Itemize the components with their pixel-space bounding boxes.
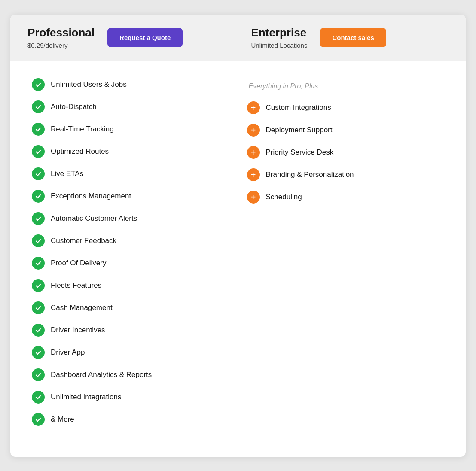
pro-feature-item: Fleets Features	[32, 279, 229, 292]
pro-feature-label: Exceptions Management	[51, 192, 131, 201]
body-divider	[238, 74, 238, 440]
request-quote-button[interactable]: Request a Quote	[107, 28, 183, 47]
check-icon	[32, 78, 45, 91]
plus-icon: +	[247, 168, 260, 181]
enterprise-plan-subtitle: Unlimited Locations	[251, 42, 308, 49]
pro-feature-item: Unlimited Integrations	[32, 391, 229, 404]
enterprise-feature-label: Deployment Support	[266, 126, 333, 134]
professional-header-col: Professional $0.29/delivery Request a Qu…	[27, 26, 225, 49]
enterprise-header-col: Enterprise Unlimited Locations Contact s…	[251, 26, 449, 49]
enterprise-feature-item: + Scheduling	[247, 191, 445, 204]
enterprise-feature-label: Custom Integrations	[266, 103, 331, 112]
pro-feature-item: Optimized Routes	[32, 145, 229, 158]
check-icon	[32, 324, 45, 337]
check-icon	[32, 279, 45, 292]
pro-feature-item: Dashboard Analytics & Reports	[32, 368, 229, 381]
pro-feature-item: Unlimited Users & Jobs	[32, 78, 229, 91]
pro-feature-item: Customer Feedback	[32, 234, 229, 247]
check-icon	[32, 212, 45, 225]
check-icon	[32, 413, 45, 426]
pro-feature-label: Unlimited Users & Jobs	[51, 80, 127, 89]
pro-feature-label: Dashboard Analytics & Reports	[51, 371, 152, 379]
pricing-card: Professional $0.29/delivery Request a Qu…	[10, 15, 466, 457]
pro-feature-label: Customer Feedback	[51, 237, 116, 245]
check-icon	[32, 100, 45, 113]
professional-title-block: Professional $0.29/delivery	[27, 26, 95, 49]
pro-feature-item: Proof Of Delivery	[32, 257, 229, 270]
plus-icon: +	[247, 124, 260, 137]
pro-feature-item: Auto-Dispatch	[32, 100, 229, 113]
enterprise-feature-label: Priority Service Desk	[266, 148, 334, 157]
check-icon	[32, 391, 45, 404]
enterprise-tagline: Everything in Pro, Plus:	[247, 82, 445, 90]
check-icon	[32, 167, 45, 180]
pricing-header: Professional $0.29/delivery Request a Qu…	[10, 15, 466, 61]
pricing-body: Unlimited Users & Jobs Auto-Dispatch Rea…	[10, 61, 466, 457]
check-icon	[32, 346, 45, 359]
pro-feature-item: Live ETAs	[32, 167, 229, 180]
pro-feature-label: Real-Time Tracking	[51, 125, 114, 134]
pro-feature-label: Optimized Routes	[51, 147, 109, 156]
check-icon	[32, 123, 45, 136]
enterprise-feature-label: Branding & Personalization	[266, 170, 354, 179]
plus-icon: +	[247, 191, 260, 204]
enterprise-feature-item: + Deployment Support	[247, 124, 445, 137]
pro-feature-item: Driver App	[32, 346, 229, 359]
pro-feature-label: Unlimited Integrations	[51, 393, 121, 401]
contact-sales-button[interactable]: Contact sales	[320, 28, 386, 47]
professional-plan-name: Professional	[27, 26, 95, 40]
pro-feature-item: Real-Time Tracking	[32, 123, 229, 136]
pro-feature-item: Driver Incentives	[32, 324, 229, 337]
enterprise-feature-item: + Custom Integrations	[247, 101, 445, 114]
plus-icon: +	[247, 101, 260, 114]
enterprise-features-col: Everything in Pro, Plus: + Custom Integr…	[243, 74, 449, 440]
check-icon	[32, 145, 45, 158]
pro-feature-label: Driver App	[51, 348, 85, 357]
enterprise-plan-name: Enterprise	[251, 26, 308, 40]
pro-feature-label: Driver Incentives	[51, 326, 105, 334]
pro-feature-label: Automatic Customer Alerts	[51, 214, 137, 223]
pro-feature-label: Cash Management	[51, 304, 113, 312]
pro-feature-label: Fleets Features	[51, 281, 101, 290]
pro-feature-label: Live ETAs	[51, 170, 83, 178]
pro-feature-label: Auto-Dispatch	[51, 103, 97, 111]
check-icon	[32, 257, 45, 270]
check-icon	[32, 368, 45, 381]
enterprise-title-block: Enterprise Unlimited Locations	[251, 26, 308, 49]
pro-feature-item: Exceptions Management	[32, 190, 229, 203]
pro-feature-label: & More	[51, 415, 74, 424]
pro-feature-item: Cash Management	[32, 301, 229, 314]
plus-icon: +	[247, 146, 260, 159]
header-divider	[238, 25, 238, 51]
check-icon	[32, 301, 45, 314]
pro-feature-item: & More	[32, 413, 229, 426]
enterprise-feature-label: Scheduling	[266, 193, 302, 201]
pro-feature-item: Automatic Customer Alerts	[32, 212, 229, 225]
check-icon	[32, 234, 45, 247]
enterprise-feature-item: + Branding & Personalization	[247, 168, 445, 181]
pro-feature-label: Proof Of Delivery	[51, 259, 106, 267]
pro-features-col: Unlimited Users & Jobs Auto-Dispatch Rea…	[27, 74, 234, 440]
check-icon	[32, 190, 45, 203]
professional-plan-price: $0.29/delivery	[27, 42, 95, 49]
enterprise-feature-item: + Priority Service Desk	[247, 146, 445, 159]
